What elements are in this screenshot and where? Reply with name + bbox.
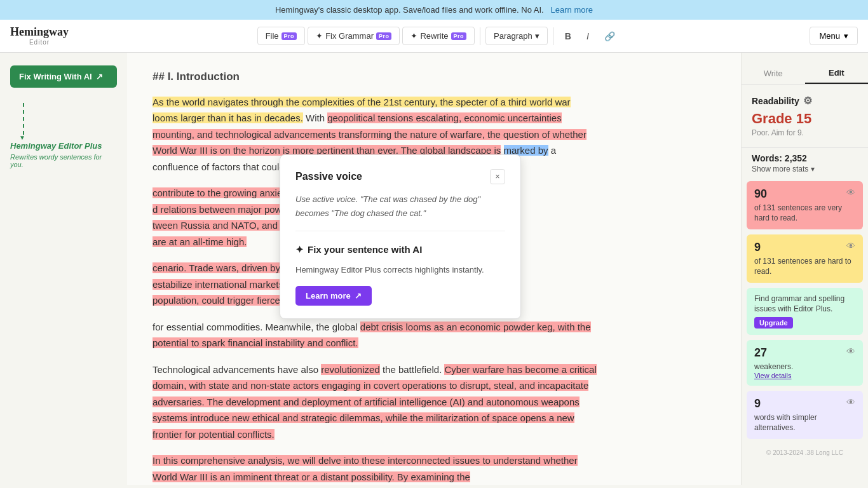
- tooltip-header: Passive voice ×: [295, 168, 505, 185]
- tooltip-body: Use active voice. "The cat was chased by…: [295, 193, 505, 220]
- text-normal-5: for essential commodities. Meanwhile, th…: [153, 322, 360, 332]
- text-normal-7: the battlefield.: [383, 364, 445, 375]
- rewrite-pro-badge: Pro: [451, 32, 467, 40]
- paragraph-chevron-icon: ▾: [535, 31, 539, 41]
- stat-very-hard-eye-icon[interactable]: 👁: [846, 187, 855, 198]
- rewrite-button[interactable]: ✦ Rewrite Pro: [402, 27, 475, 45]
- close-icon: ×: [495, 172, 499, 181]
- stat-simpler-eye-icon[interactable]: 👁: [846, 397, 855, 407]
- write-tab[interactable]: Write: [742, 63, 805, 84]
- banner-learn-more-link[interactable]: Learn more: [551, 5, 593, 15]
- fix-writing-button[interactable]: Fix Writing With AI ↗: [10, 65, 117, 88]
- highlight-red-5: are at an all-time high.: [153, 236, 247, 247]
- link-icon: 🔗: [604, 31, 615, 41]
- tooltip-ai-section: ✦ Fix your sentence with AI Hemingway Ed…: [295, 231, 505, 306]
- fix-writing-label: Fix Writing With AI: [19, 72, 92, 81]
- link-button[interactable]: 🔗: [598, 27, 621, 45]
- text-normal-6: Technological advancements have also: [153, 364, 321, 375]
- bold-button[interactable]: B: [559, 27, 578, 45]
- readability-title: Readability ⚙: [752, 95, 858, 107]
- tooltip-title: Passive voice: [295, 168, 362, 185]
- toolbar-actions: File Pro ✦ Fix Grammar Pro ✦ Rewrite Pro…: [74, 27, 804, 45]
- tooltip-ai-title: ✦ Fix your sentence with AI: [295, 241, 505, 258]
- stat-card-very-hard: 90 👁 of 131 sentences are very hard to r…: [747, 181, 863, 229]
- top-banner: Hemingway's classic desktop app. Save/lo…: [0, 0, 868, 20]
- words-count: Words: 2,352: [752, 153, 858, 163]
- toolbar: HemingwayEditor File Pro ✦ Fix Grammar P…: [0, 20, 868, 53]
- stat-card-weakeners-header: 27 👁: [754, 346, 855, 360]
- show-more-stats-button[interactable]: Show more stats ▾: [752, 165, 858, 173]
- readability-label: Readability: [752, 96, 799, 106]
- app-logo: HemingwayEditor: [10, 26, 69, 46]
- show-more-chevron-icon: ▾: [811, 165, 815, 173]
- upgrade-label: Upgrade: [759, 319, 788, 327]
- right-tabs: Write Edit: [742, 63, 868, 85]
- readability-grade-sub: Poor. Aim for 9.: [752, 128, 858, 137]
- fix-grammar-label: Fix Grammar: [325, 31, 374, 41]
- toolbar-divider-2: [553, 27, 553, 45]
- view-details-link[interactable]: View details: [754, 372, 855, 379]
- stat-weakeners-number: 27: [754, 346, 767, 360]
- learn-more-button[interactable]: Learn more ↗: [295, 286, 372, 306]
- tooltip-close-button[interactable]: ×: [490, 169, 505, 184]
- rewrite-icon: ✦: [410, 31, 417, 41]
- paragraph-6: In this comprehensive analysis, we will …: [153, 452, 597, 485]
- ai-sparkle-icon: ✦: [295, 241, 304, 258]
- stat-hard-eye-icon[interactable]: 👁: [846, 241, 855, 251]
- right-sidebar: Write Edit Readability ⚙ Grade 15 Poor. …: [741, 53, 868, 485]
- stat-very-hard-number: 90: [754, 187, 767, 201]
- stat-card-hard: 9 👁 of 131 sentences are hard to read.: [747, 234, 863, 283]
- ai-title-text: Fix your sentence with AI: [308, 241, 422, 258]
- settings-icon[interactable]: ⚙: [803, 95, 812, 107]
- toolbar-divider-1: [480, 27, 480, 45]
- left-sidebar: Fix Writing With AI ↗ Hemingway Editor P…: [0, 53, 127, 485]
- highlight-red-10: revolutionized: [321, 364, 380, 375]
- menu-label: Menu: [819, 31, 840, 41]
- readability-grade: Grade 15: [752, 111, 858, 127]
- file-pro-badge: Pro: [281, 32, 297, 40]
- highlight-red-12: In this comprehensive analysis, we will …: [153, 455, 578, 482]
- fix-grammar-button[interactable]: ✦ Fix Grammar Pro: [308, 27, 400, 45]
- toolbar-logo-area: HemingwayEditor: [10, 26, 69, 46]
- words-section: Words: 2,352 Show more stats ▾: [742, 153, 868, 173]
- paragraph-5: Technological advancements have also rev…: [153, 362, 597, 443]
- fix-grammar-pro-badge: Pro: [376, 32, 392, 40]
- fix-grammar-icon: ✦: [316, 31, 323, 41]
- italic-label: I: [587, 31, 589, 41]
- learn-more-external-icon: ↗: [355, 291, 362, 301]
- paragraph-4: for essential commodities. Meanwhile, th…: [153, 319, 597, 351]
- upgrade-button[interactable]: Upgrade: [754, 317, 793, 329]
- italic-button[interactable]: I: [580, 27, 595, 45]
- paragraph-button[interactable]: Paragraph ▾: [485, 27, 548, 45]
- stat-weakeners-eye-icon[interactable]: 👁: [846, 346, 855, 356]
- file-button[interactable]: File Pro: [257, 27, 305, 45]
- stat-weakeners-label: weakeners.: [754, 362, 855, 372]
- editor-area[interactable]: ## I. Introduction As the world navigate…: [127, 53, 741, 485]
- readability-section: Readability ⚙ Grade 15 Poor. Aim for 9.: [742, 95, 868, 137]
- arrow-decoration: [23, 103, 117, 141]
- hemingway-plus-label: Hemingway Editor Plus: [10, 141, 117, 151]
- bold-label: B: [565, 31, 571, 41]
- hemingway-plus-sub: Rewrites wordy sentences for you.: [10, 153, 117, 168]
- stat-card-very-hard-header: 90 👁: [754, 187, 855, 201]
- paragraph-label: Paragraph: [494, 31, 532, 41]
- edit-tab-label: Edit: [829, 68, 844, 78]
- menu-button[interactable]: Menu ▾: [810, 27, 858, 45]
- learn-more-label: Learn more: [306, 291, 351, 301]
- stat-simpler-number: 9: [754, 397, 761, 410]
- stat-very-hard-label: of 131 sentences are very hard to read.: [754, 203, 855, 223]
- stat-hard-number: 9: [754, 241, 761, 254]
- stat-card-simpler-header: 9 👁: [754, 397, 855, 410]
- banner-text: Hemingway's classic desktop app. Save/lo…: [275, 5, 544, 15]
- stat-card-grammar: Find grammar and spelling issues with Ed…: [747, 288, 863, 334]
- menu-chevron-icon: ▾: [844, 31, 848, 41]
- editor-content: ## I. Introduction As the world navigate…: [153, 68, 597, 485]
- passive-voice-tooltip: Passive voice × Use active voice. "The c…: [280, 154, 521, 319]
- document-heading: ## I. Introduction: [153, 68, 597, 86]
- stat-card-weakeners: 27 👁 weakeners. View details: [747, 340, 863, 386]
- copyright-text: © 2013-2024 .38 Long LLC: [742, 444, 868, 461]
- external-link-icon: ↗: [96, 72, 103, 81]
- edit-tab[interactable]: Edit: [805, 63, 869, 84]
- stat-card-hard-header: 9 👁: [754, 241, 855, 254]
- write-tab-label: Write: [764, 69, 783, 78]
